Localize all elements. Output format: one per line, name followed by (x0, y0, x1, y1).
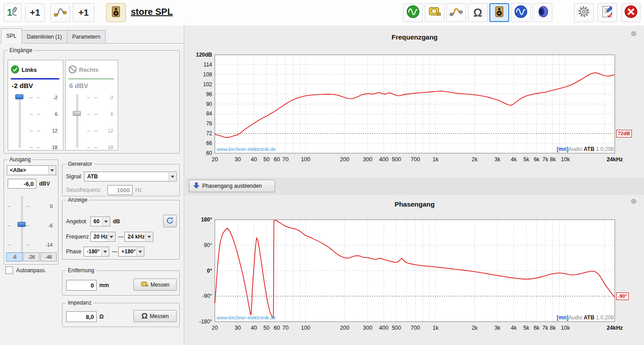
channel-right-slider-handle[interactable] (73, 111, 81, 116)
svg-text:50: 50 (263, 325, 270, 331)
signal-label: Signal (66, 173, 81, 180)
output-select[interactable]: <Alle> (7, 165, 56, 175)
chart-settings-button[interactable] (628, 195, 640, 207)
cable-button[interactable] (50, 3, 70, 22)
branding: [mn]Audio ATB 1.0.208 (557, 146, 614, 152)
add-cable-button[interactable]: +1 (73, 3, 94, 22)
channel-left-label: Links (22, 66, 37, 73)
gear-icon (577, 5, 591, 20)
sinus-frequency-unit: Hz (135, 187, 142, 193)
impedance-tool-button[interactable]: Ω (468, 3, 488, 22)
preset-minus26-button[interactable]: -26 (23, 252, 40, 261)
generator-group: Generator Signal ATB Sinusfrequenz Hz (62, 164, 180, 196)
waveform-tool-button[interactable] (511, 3, 531, 22)
impedance-legend: Impedanz (66, 300, 93, 306)
check-icon[interactable] (11, 65, 19, 74)
svg-text:180°: 180° (201, 217, 212, 223)
page-title: store SPL (131, 7, 173, 17)
svg-text:4k: 4k (511, 325, 517, 331)
refresh-button[interactable] (163, 215, 177, 227)
impedance-measure-button[interactable]: Ω Messen (133, 310, 177, 322)
output-group: Ausgang <Alle> dBV 0 -6 -14 -6 -26 -46 (4, 159, 58, 265)
omega-icon: Ω (473, 7, 482, 18)
signal-select[interactable]: ATB (84, 172, 177, 181)
channel-right-slider-track[interactable] (76, 94, 78, 147)
svg-text:5k: 5k (523, 325, 529, 331)
channel-left-slider-track[interactable] (19, 94, 21, 147)
channel-right-indicator (68, 78, 114, 80)
output-level-input[interactable] (8, 179, 36, 189)
phase-range-label: Phase (66, 248, 81, 255)
svg-text:6k: 6k (533, 156, 540, 163)
woofer-icon (536, 5, 549, 20)
frequency-response-title: Frequenzgang (185, 33, 644, 41)
close-button[interactable] (622, 3, 640, 22)
no-entry-icon[interactable] (68, 65, 77, 74)
distance-measure-button[interactable]: Messen (133, 279, 177, 291)
spl-tool-button[interactable] (489, 3, 509, 22)
frequency-to-select[interactable]: 24 kHz (124, 232, 153, 242)
gear-icon (631, 196, 637, 206)
svg-text:8k: 8k (550, 156, 556, 163)
tab-parametern[interactable]: Parametern (67, 30, 106, 43)
report-edit-button[interactable] (597, 3, 617, 22)
svg-text:700: 700 (411, 156, 420, 163)
frequency-response-canvas: 120dB11410810296908478726660203040506070… (193, 50, 643, 165)
sinus-frequency-input[interactable] (107, 185, 133, 195)
edit-icon (600, 5, 614, 20)
impedance-input[interactable] (66, 311, 97, 322)
phase-to-select[interactable]: +180° (118, 247, 144, 257)
tab-bar: SPL Datenlinien (1) Parametern (0, 27, 184, 44)
range-select[interactable]: 60 (90, 217, 110, 226)
preset-minus6-button[interactable]: -6 (6, 252, 22, 261)
svg-text:300: 300 (363, 156, 373, 163)
channel-left-card: Links -2 dBV -2 6 12 18 (8, 60, 63, 150)
svg-text:3k: 3k (494, 156, 501, 163)
frequency-response-tool-button[interactable] (403, 3, 423, 22)
svg-text:60: 60 (274, 325, 280, 331)
svg-text:120dB: 120dB (196, 52, 212, 58)
phase-toggle-button[interactable]: Phasengang ausblenden (189, 180, 275, 192)
svg-text:7k: 7k (542, 156, 549, 163)
svg-text:1: 1 (7, 7, 13, 18)
inputs-group: Eingänge Links -2 dBV -2 6 12 18 (4, 50, 180, 154)
header-toolbar: 1 +1 +1 store SPL (0, 0, 644, 26)
frequency-range-label: Frequenz (66, 234, 89, 240)
cable-tool-button[interactable] (446, 3, 466, 22)
svg-text:4k: 4k (511, 156, 517, 163)
settings-button[interactable] (574, 3, 594, 22)
svg-text:60: 60 (206, 150, 213, 156)
phase-response-title: Phasengang (185, 200, 644, 208)
chart-settings-button[interactable] (628, 28, 640, 40)
distance-input[interactable] (66, 280, 97, 291)
speaker-store-button[interactable] (106, 3, 126, 22)
mic-channel-button[interactable]: 1 (4, 3, 22, 22)
phase-from-select[interactable]: -180° (84, 247, 109, 257)
frequency-from-select[interactable]: 20 Hz (90, 232, 115, 242)
autoadjust-checkbox[interactable] (5, 266, 13, 274)
chevron-down-icon (103, 251, 107, 255)
sinus-frequency-label: Sinusfrequenz (66, 187, 101, 193)
impedance-unit: Ω (99, 314, 104, 320)
add-mic-label: +1 (30, 8, 40, 18)
svg-text:78: 78 (206, 120, 213, 127)
distance-tool-button[interactable] (425, 3, 444, 22)
arrow-down-icon (193, 182, 200, 190)
svg-text:200: 200 (340, 325, 350, 331)
channel-right-card: Rechts 6 dBV -2 6 12 18 (65, 60, 118, 150)
tab-datenlinien[interactable]: Datenlinien (1) (22, 30, 67, 43)
application-window: 1 +1 +1 store SPL (0, 0, 644, 345)
svg-text:96: 96 (206, 91, 213, 97)
add-mic-button[interactable]: +1 (25, 3, 45, 22)
driver-tool-button[interactable] (533, 3, 552, 22)
tab-spl[interactable]: SPL (1, 28, 22, 44)
speaker-icon (110, 5, 122, 20)
channel-right-value: 6 dBV (69, 82, 89, 89)
channel-left-slider-handle[interactable] (15, 94, 23, 99)
output-level-unit: dBV (39, 181, 50, 187)
preset-minus46-button[interactable]: -46 (40, 252, 57, 261)
svg-text:24kHz: 24kHz (607, 325, 623, 331)
svg-text:72: 72 (206, 130, 213, 137)
watermark: www.kirchner-elektronik.de (217, 315, 275, 320)
cable-orange-icon (449, 5, 463, 20)
